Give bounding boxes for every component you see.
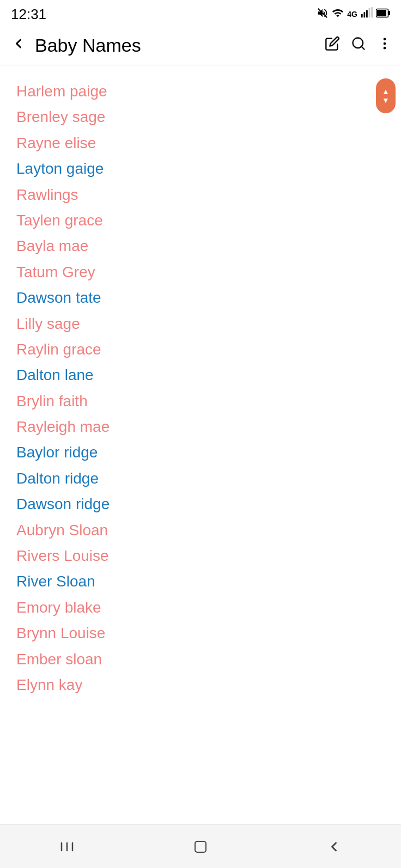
nav-home-button[interactable] — [179, 833, 222, 860]
list-item: Rayne elise — [16, 130, 385, 156]
scroll-up-icon: ▲ — [382, 88, 390, 95]
toolbar: Baby Names — [0, 26, 401, 65]
list-item: Tatum Grey — [16, 259, 385, 285]
list-item: Dawson tate — [16, 285, 385, 310]
search-button[interactable] — [351, 36, 366, 55]
edit-button[interactable] — [325, 36, 340, 55]
list-item: Raylin grace — [16, 337, 385, 362]
signal-icon — [361, 7, 373, 22]
list-item: Ember sloan — [16, 646, 385, 672]
scroll-down-icon: ▼ — [382, 96, 390, 104]
mute-icon — [317, 7, 329, 22]
list-item: Bayla mae — [16, 233, 385, 259]
list-item: Emory blake — [16, 595, 385, 620]
list-item: Brenley sage — [16, 104, 385, 130]
svg-rect-1 — [361, 14, 363, 17]
nav-back-button[interactable] — [312, 833, 356, 860]
status-icons: 4G — [317, 7, 390, 22]
toolbar-actions — [325, 36, 392, 55]
svg-rect-3 — [366, 10, 368, 17]
list-item: River Sloan — [16, 569, 385, 594]
svg-line-10 — [361, 46, 364, 49]
list-item: Rivers Louise — [16, 543, 385, 569]
svg-point-12 — [384, 42, 386, 45]
svg-rect-5 — [371, 7, 373, 17]
bottom-nav — [0, 824, 401, 868]
status-time: 12:31 — [11, 6, 46, 23]
list-item: Dalton ridge — [16, 466, 385, 491]
name-list: Harlem paigeBrenley sageRayne eliseLayto… — [16, 74, 385, 702]
battery-icon — [376, 7, 390, 22]
page-title: Baby Names — [35, 35, 325, 56]
4g-icon: 4G — [347, 10, 357, 19]
svg-point-11 — [384, 38, 386, 41]
list-item: Harlem paige — [16, 78, 385, 104]
list-item: Layton gaige — [16, 156, 385, 181]
list-item: Dalton lane — [16, 362, 385, 388]
list-item: Dawson ridge — [16, 491, 385, 517]
list-item: Baylor ridge — [16, 439, 385, 465]
main-content: ▲ ▼ Harlem paigeBrenley sageRayne eliseL… — [0, 65, 401, 711]
list-item: Taylen grace — [16, 207, 385, 233]
list-item: Elynn kay — [16, 672, 385, 698]
list-item: Brynn Louise — [16, 620, 385, 646]
back-button[interactable] — [9, 33, 28, 58]
svg-rect-2 — [364, 12, 366, 17]
list-item: Brylin faith — [16, 388, 385, 414]
svg-rect-8 — [377, 10, 386, 16]
list-item: Rawlings — [16, 182, 385, 207]
status-bar: 12:31 4G — [0, 0, 401, 26]
nav-menu-button[interactable] — [45, 833, 89, 860]
scroll-indicator[interactable]: ▲ ▼ — [376, 78, 396, 113]
list-item: Aubryn Sloan — [16, 517, 385, 543]
svg-rect-7 — [388, 11, 390, 15]
list-item: Rayleigh mae — [16, 414, 385, 439]
list-item: Lilly sage — [16, 311, 385, 337]
more-button[interactable] — [377, 36, 392, 55]
svg-rect-17 — [195, 841, 206, 852]
svg-point-13 — [384, 47, 386, 50]
wifi-icon — [332, 7, 344, 22]
svg-rect-4 — [369, 8, 370, 17]
